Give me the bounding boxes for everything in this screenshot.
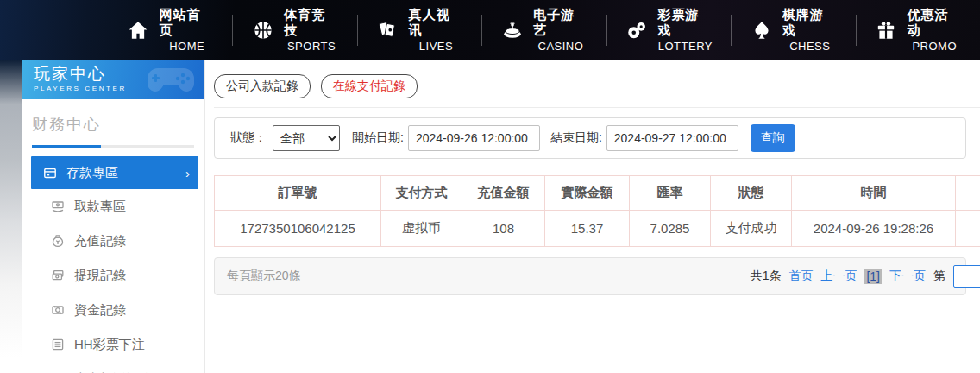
pager: 共1条 首页 上一页 [1] 下一页 第	[751, 265, 965, 288]
sidebar-item-label: 充值記錄	[74, 233, 126, 250]
gamepad-icon	[142, 63, 199, 99]
tab-company-deposit-records[interactable]: 公司入款記錄	[214, 74, 311, 98]
cell-order-number: 1727350106042125	[215, 211, 381, 247]
table-row: 1727350106042125 虚拟币 108 15.37 7.0285 支付…	[215, 211, 980, 247]
banknotes-icon	[51, 269, 65, 282]
nav-label-zh: 网站首页	[160, 7, 215, 38]
cell-payment-method: 虚拟币	[381, 211, 462, 247]
status-label: 狀態：	[230, 130, 267, 146]
lottery-balls-icon	[625, 19, 649, 42]
col-exchange-rate: 匯率	[630, 176, 711, 211]
coins-note-icon	[51, 303, 65, 317]
list-icon	[51, 338, 65, 351]
col-actual-amount: 實際金額	[545, 176, 630, 211]
cell-time: 2024-09-26 19:28:26	[792, 211, 956, 247]
col-cut-off	[956, 176, 980, 211]
nav-label-zh: 优惠活动	[907, 7, 962, 38]
table-header-row: 訂單號 支付方式 充值金額 實際金額 匯率 狀態 時間	[215, 176, 980, 211]
nav-item-home[interactable]: 网站首页HOME	[109, 10, 232, 50]
sidebar-header: 玩家中心 PLAYERS CENTER	[22, 60, 204, 99]
col-payment-method: 支付方式	[381, 176, 462, 211]
sidebar-item-label: 資金記錄	[74, 302, 126, 319]
nav-item-casino[interactable]: 电子游艺CASINO	[482, 10, 606, 50]
main-content: 公司入款記錄 在線支付記錄 狀態： 全部 開始日期: 結束日期: 查詢 訂單號 …	[205, 60, 980, 373]
sidebar-item-label: 提現記錄	[74, 268, 126, 284]
start-date-label: 開始日期:	[352, 130, 404, 146]
nav-item-sports[interactable]: 体育竞技SPORTS	[233, 10, 356, 50]
sidebar-menu: 存款專區 › 取款專區 充值記錄 提現記錄	[22, 156, 204, 373]
sidebar-item-recharge-records[interactable]: 充值記錄	[22, 224, 204, 258]
nav-label-zh: 彩票游戏	[658, 7, 713, 38]
sidebar-item-deposit-area[interactable]: 存款專區 ›	[31, 156, 198, 189]
page-size-text: 每頁顯示20條	[227, 269, 301, 284]
search-button[interactable]: 查詢	[751, 124, 795, 152]
record-tabs: 公司入款記錄 在線支付記錄	[214, 60, 980, 108]
roulette-icon	[500, 19, 524, 42]
cell-actual-amount: 15.37	[545, 211, 630, 247]
gift-icon	[875, 19, 898, 42]
filter-panel: 狀態： 全部 開始日期: 結束日期: 查詢	[214, 117, 966, 159]
spade-icon	[750, 19, 773, 42]
status-select[interactable]: 全部	[273, 125, 340, 151]
top-nav: 网站首页HOME 体育竞技SPORTS 真人视讯LIVES 电子游艺CASINO…	[0, 0, 980, 60]
end-date-label: 結束日期:	[550, 130, 602, 146]
money-bag-icon	[51, 234, 65, 248]
nav-label-en: CHESS	[789, 40, 830, 54]
section-underline	[32, 145, 194, 148]
sidebar-item-label: 取款專區	[74, 199, 126, 215]
col-time: 時間	[792, 176, 956, 211]
sidebar-item-label: 存款專區	[66, 165, 118, 181]
sidebar-section-title: 财務中心	[32, 114, 204, 135]
payment-records-table: 訂單號 支付方式 充值金額 實際金額 匯率 狀態 時間 172735010604…	[214, 175, 980, 247]
col-recharge-amount: 充值金額	[462, 176, 545, 211]
sidebar-item-hh-lottery-bets[interactable]: HH彩票下注	[22, 327, 204, 362]
current-page-indicator: [1]	[864, 269, 882, 284]
cell-exchange-rate: 7.0285	[630, 211, 711, 247]
col-order-number: 訂單號	[215, 176, 381, 211]
nav-label-en: LIVES	[419, 40, 453, 54]
nav-label-zh: 棋牌游戏	[782, 7, 838, 38]
cell-cut-off	[956, 211, 980, 247]
nav-item-lottery[interactable]: 彩票游戏LOTTERY	[607, 10, 731, 50]
end-date-input[interactable]	[606, 125, 738, 151]
nav-label-en: PROMO	[912, 40, 957, 54]
players-center-sidebar: 玩家中心 PLAYERS CENTER 财務中心 存款專區 › 取款專區	[22, 60, 205, 373]
sidebar-item-complaint-records[interactable]: 庄家投訴記錄	[22, 362, 204, 373]
nav-item-chess[interactable]: 棋牌游戏CHESS	[732, 10, 855, 50]
background-gradient-strip	[0, 60, 22, 373]
page-body: 玩家中心 PLAYERS CENTER 财務中心 存款專區 › 取款專區	[0, 60, 980, 373]
nav-label-en: SPORTS	[287, 40, 336, 54]
prev-page-link[interactable]: 上一页	[820, 269, 857, 284]
nav-item-lives[interactable]: 真人视讯LIVES	[358, 10, 481, 50]
tab-online-payment-records[interactable]: 在線支付記錄	[321, 74, 418, 98]
sidebar-item-withdraw-area[interactable]: 取款專區	[22, 189, 204, 224]
nav-label-en: CASINO	[538, 40, 584, 54]
col-status: 狀態	[711, 176, 792, 211]
nav-item-promo[interactable]: 优惠活动PROMO	[857, 10, 980, 50]
sidebar-item-funds-records[interactable]: 資金記錄	[22, 293, 204, 327]
sidebar-item-label: HH彩票下注	[74, 337, 145, 353]
nav-label-en: HOME	[169, 40, 204, 54]
page-jump-label: 第	[933, 269, 945, 284]
first-page-link[interactable]: 首页	[788, 269, 813, 284]
nav-label-zh: 体育竞技	[284, 7, 339, 38]
home-icon	[127, 19, 150, 42]
cell-status: 支付成功	[711, 211, 792, 247]
next-page-link[interactable]: 下一页	[889, 269, 926, 284]
basketball-icon	[251, 19, 274, 42]
total-count-text: 共1条	[751, 269, 782, 284]
start-date-input[interactable]	[408, 125, 540, 151]
chevron-right-icon: ›	[185, 166, 190, 180]
sidebar-item-withdrawal-records[interactable]: 提現記錄	[22, 258, 204, 293]
playing-cards-icon	[376, 19, 399, 42]
withdraw-hand-icon	[51, 199, 65, 213]
nav-label-zh: 真人视讯	[409, 7, 464, 38]
nav-label-en: LOTTERY	[658, 40, 713, 54]
deposit-card-icon	[43, 166, 57, 180]
page-jump-input[interactable]	[953, 265, 980, 288]
nav-label-zh: 电子游艺	[533, 7, 588, 38]
cell-recharge-amount: 108	[462, 211, 545, 247]
pagination-bar: 每頁顯示20條 共1条 首页 上一页 [1] 下一页 第	[214, 257, 966, 295]
